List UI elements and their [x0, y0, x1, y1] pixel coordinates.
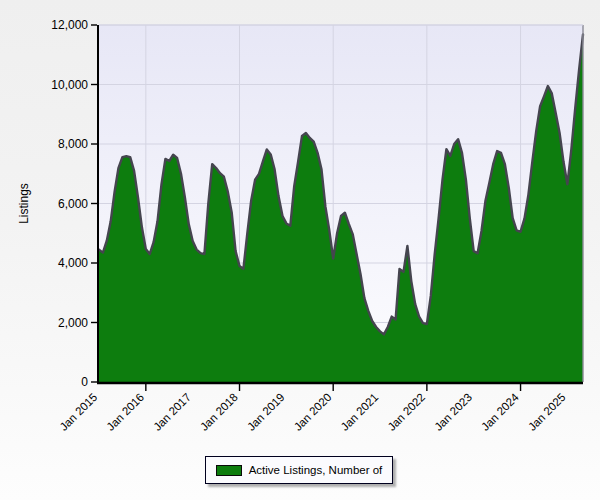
y-tick-label: 8,000	[58, 137, 88, 151]
x-tick-label: Jan 2021	[338, 391, 380, 433]
x-tick-label: Jan 2019	[245, 391, 287, 433]
x-tick-label: Jan 2017	[151, 391, 193, 433]
y-tick-label: 2,000	[58, 316, 88, 330]
x-tick-label: Jan 2022	[385, 391, 427, 433]
y-tick-label: 0	[81, 375, 88, 389]
x-tick-label: Jan 2018	[198, 391, 240, 433]
chart-window: 02,0004,0006,0008,00010,00012,000Jan 201…	[0, 0, 600, 500]
x-tick-label: Jan 2024	[479, 391, 521, 433]
x-tick-label: Jan 2020	[292, 391, 334, 433]
y-axis-title: Listings	[17, 183, 31, 224]
y-tick-label: 12,000	[51, 18, 88, 32]
plot-area: 02,0004,0006,0008,00010,00012,000Jan 201…	[0, 0, 600, 500]
y-tick-label: 4,000	[58, 256, 88, 270]
legend-swatch	[216, 465, 242, 476]
x-tick-label: Jan 2016	[104, 391, 146, 433]
x-tick-label: Jan 2023	[432, 391, 474, 433]
legend-label: Active Listings, Number of	[249, 464, 383, 476]
y-tick-label: 6,000	[58, 197, 88, 211]
legend: Active Listings, Number of	[205, 456, 393, 484]
x-tick-label: Jan 2025	[526, 391, 568, 433]
x-tick-label: Jan 2015	[57, 391, 99, 433]
y-tick-label: 10,000	[51, 78, 88, 92]
